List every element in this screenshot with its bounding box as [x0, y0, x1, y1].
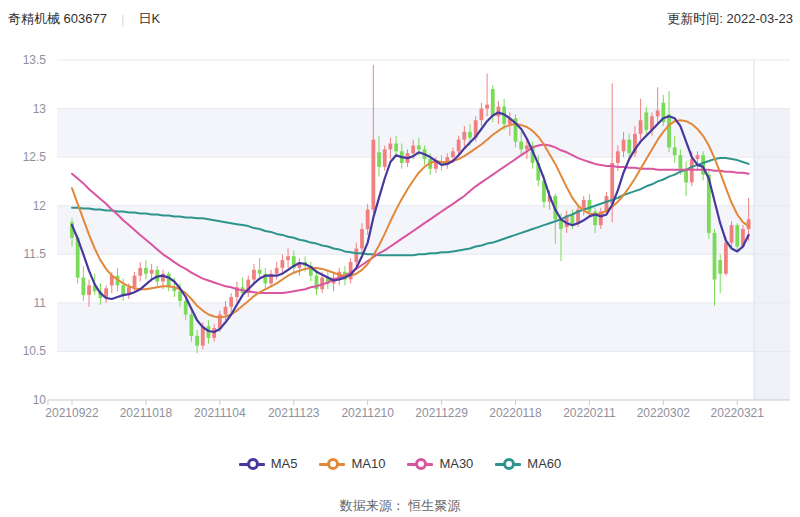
- legend-item-ma10[interactable]: MA10: [319, 456, 385, 471]
- candle[interactable]: [462, 132, 466, 140]
- candle[interactable]: [366, 210, 370, 229]
- candle[interactable]: [275, 268, 279, 274]
- candle[interactable]: [457, 140, 461, 152]
- x-axis-label: 20211210: [341, 406, 394, 420]
- x-axis-label: 20210922: [45, 406, 99, 420]
- data-source-note: 数据来源： 恒生聚源: [0, 497, 800, 515]
- candle[interactable]: [167, 274, 171, 288]
- candle[interactable]: [610, 163, 614, 204]
- candle[interactable]: [354, 248, 358, 262]
- legend-item-ma30[interactable]: MA30: [407, 456, 473, 471]
- y-axis-label: 13: [33, 102, 47, 116]
- candle[interactable]: [280, 260, 284, 268]
- candle[interactable]: [588, 200, 592, 212]
- y-axis-label: 12: [33, 199, 47, 213]
- candle[interactable]: [389, 144, 393, 150]
- candle[interactable]: [371, 140, 375, 210]
- legend-item-ma5[interactable]: MA5: [239, 456, 298, 471]
- candle[interactable]: [616, 151, 620, 163]
- candle[interactable]: [730, 225, 734, 242]
- candle[interactable]: [724, 243, 728, 274]
- candle[interactable]: [673, 147, 677, 155]
- candle[interactable]: [656, 111, 660, 117]
- candle[interactable]: [485, 105, 489, 109]
- x-axis-label: 20211104: [194, 406, 246, 420]
- candle[interactable]: [679, 155, 683, 169]
- candle[interactable]: [138, 268, 142, 276]
- x-axis-label: 20220118: [489, 406, 542, 420]
- y-axis-label: 10: [33, 393, 47, 407]
- candle[interactable]: [377, 152, 381, 167]
- candle[interactable]: [224, 307, 228, 315]
- candle[interactable]: [286, 256, 290, 260]
- x-axis-label: 20211229: [415, 406, 468, 420]
- candlestick-chart[interactable]: 13.51312.51211.51110.5102021092220211018…: [0, 0, 800, 440]
- candle[interactable]: [87, 285, 91, 295]
- candle[interactable]: [718, 260, 722, 274]
- legend-label: MA5: [271, 456, 298, 471]
- candle[interactable]: [525, 145, 529, 149]
- candle[interactable]: [491, 89, 495, 116]
- candle[interactable]: [417, 145, 421, 149]
- x-axis-label: 20220211: [563, 406, 616, 420]
- candle[interactable]: [133, 276, 137, 288]
- y-axis-label: 10.5: [23, 344, 47, 358]
- candle[interactable]: [639, 120, 643, 134]
- candle[interactable]: [479, 109, 483, 121]
- candle[interactable]: [229, 297, 233, 307]
- candle[interactable]: [383, 149, 387, 166]
- candle[interactable]: [121, 285, 125, 295]
- y-axis-label: 13.5: [23, 53, 47, 67]
- kline-page: 奇精机械 603677 | 日K 更新时间: 2022-03-23 13.513…: [0, 0, 800, 517]
- x-axis-label: 20211018: [120, 406, 173, 420]
- ma30-legend-icon: [407, 458, 433, 470]
- ma5-legend-icon: [239, 458, 265, 470]
- legend-item-ma60[interactable]: MA60: [495, 456, 561, 471]
- x-axis-label: 20211123: [268, 406, 320, 420]
- candle[interactable]: [150, 270, 154, 274]
- candle[interactable]: [144, 268, 148, 274]
- legend-label: MA60: [527, 456, 561, 471]
- plot-band: [57, 351, 790, 400]
- x-axis-label: 20220302: [637, 406, 691, 420]
- candle[interactable]: [178, 291, 182, 301]
- candle[interactable]: [667, 114, 671, 147]
- candle[interactable]: [451, 151, 455, 157]
- candle[interactable]: [411, 145, 415, 153]
- ma60-legend-icon: [495, 458, 521, 470]
- candle[interactable]: [622, 140, 626, 152]
- candle[interactable]: [258, 270, 262, 274]
- candle[interactable]: [627, 140, 631, 154]
- plot-band: [57, 303, 790, 352]
- x-axis-label: 20220321: [711, 406, 765, 420]
- candle[interactable]: [696, 155, 700, 159]
- ma10-legend-icon: [319, 458, 345, 470]
- y-axis-label: 11: [34, 296, 47, 310]
- candle[interactable]: [360, 229, 364, 248]
- candle[interactable]: [195, 336, 199, 346]
- candle[interactable]: [735, 225, 739, 246]
- legend-label: MA30: [439, 456, 473, 471]
- y-axis-label: 11.5: [24, 247, 47, 261]
- candle[interactable]: [190, 315, 194, 336]
- plot-band: [57, 60, 790, 109]
- legend-label: MA10: [351, 456, 385, 471]
- candle[interactable]: [713, 233, 717, 280]
- chart-legend: MA5 MA10 MA30 MA60: [0, 456, 800, 471]
- candle[interactable]: [252, 270, 256, 280]
- y-axis-label: 12.5: [23, 150, 47, 164]
- candle[interactable]: [81, 278, 85, 295]
- candle[interactable]: [644, 112, 648, 129]
- candle[interactable]: [184, 301, 188, 315]
- candle[interactable]: [570, 215, 574, 223]
- plot-band: [57, 206, 790, 255]
- candle[interactable]: [394, 144, 398, 152]
- candle[interactable]: [519, 142, 523, 150]
- candle[interactable]: [468, 132, 472, 138]
